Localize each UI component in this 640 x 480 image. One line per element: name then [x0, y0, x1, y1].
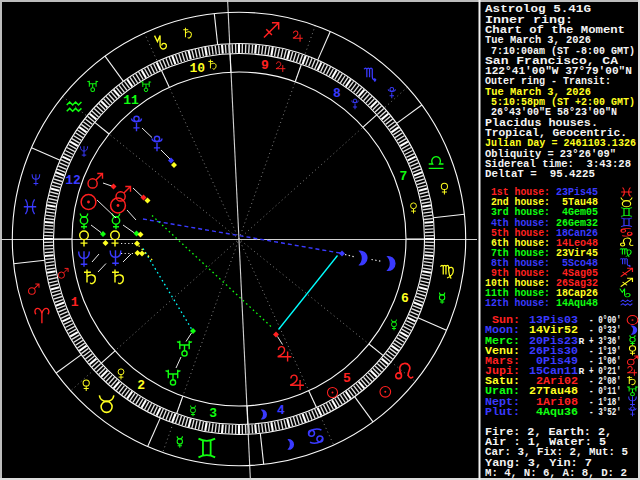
svg-text:6: 6	[401, 291, 409, 306]
svg-text:7: 7	[399, 169, 407, 184]
svg-text:12: 12	[65, 173, 81, 188]
svg-text:8: 8	[333, 86, 341, 101]
svg-text:9: 9	[261, 58, 269, 73]
svg-text:10: 10	[189, 61, 205, 76]
svg-text:11: 11	[123, 93, 139, 108]
svg-text:M: 4, N: 6, A: 8, D: 2: M: 4, N: 6, A: 8, D: 2	[485, 467, 627, 479]
svg-text:R: R	[579, 336, 585, 347]
svg-text:R: R	[579, 366, 585, 377]
svg-text:1: 1	[71, 295, 79, 310]
svg-text:4: 4	[277, 403, 285, 418]
svg-text:5: 5	[343, 371, 351, 386]
svg-text:2: 2	[137, 378, 145, 393]
svg-text:4Aqu36: 4Aqu36	[529, 406, 578, 418]
svg-text:Plut:: Plut:	[485, 406, 520, 418]
svg-text:3: 3	[209, 406, 217, 421]
svg-text:12th house:: 12th house:	[485, 297, 550, 309]
svg-text:- 3°52': - 3°52'	[589, 406, 621, 418]
svg-text:DeltaT = 95.4225: DeltaT = 95.4225	[485, 168, 595, 180]
svg-text:14Aqu48: 14Aqu48	[556, 297, 598, 309]
